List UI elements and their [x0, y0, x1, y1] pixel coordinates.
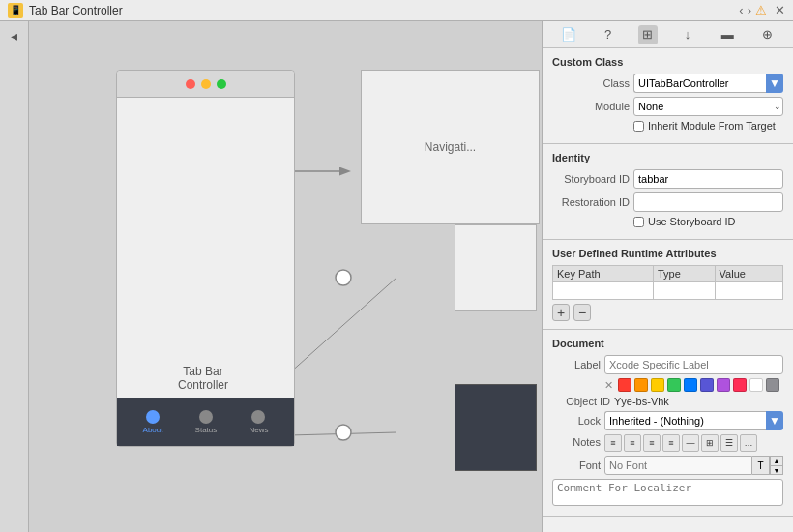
object-id-label: Object ID [552, 396, 610, 407]
runtime-title: User Defined Runtime Attributes [552, 248, 783, 259]
notes-format-icons: ≡ ≡ ≡ ≡ — ⊞ ☰ … [604, 434, 757, 452]
left-sidebar: ▶ [0, 21, 29, 532]
nav-close-icon[interactable]: ✕ [775, 3, 785, 17]
class-select-wrap: UITabBarController ▼ [633, 74, 783, 93]
tab-dot-status [199, 410, 213, 424]
storyboard-id-input[interactable]: tabbar [633, 169, 783, 189]
notes-list-ul[interactable]: ☰ [720, 434, 738, 452]
lock-select-btn[interactable]: ▼ [766, 411, 783, 430]
font-size-down[interactable]: ▼ [770, 465, 783, 475]
panel-toolbar: 📄 ? ⊞ ↓ ▬ ⊕ [543, 21, 793, 48]
lock-select[interactable]: Inherited - (Nothing) [604, 411, 766, 430]
tab-item-about: About [143, 410, 163, 434]
tab-item-status: Status [195, 410, 218, 434]
swatch-purple[interactable] [717, 378, 730, 392]
nav-forward-icon[interactable]: › [748, 3, 751, 17]
use-storyboard-label: Use Storyboard ID [648, 216, 735, 227]
font-size-up[interactable]: ▲ [770, 456, 783, 465]
font-stepper: ▲ ▼ [770, 456, 783, 475]
col-type: Type [653, 266, 715, 282]
notes-row: Notes ≡ ≡ ≡ ≡ — ⊞ ☰ … [552, 434, 783, 452]
tab-label-news: News [249, 426, 268, 434]
tab-label-about: About [143, 426, 163, 434]
module-select[interactable]: None [633, 97, 783, 116]
dot-red [186, 79, 195, 89]
toolbar-size-icon[interactable]: ▬ [718, 25, 737, 44]
module-row: Module None ⌄ [552, 97, 783, 116]
toolbar-help-icon[interactable]: ? [599, 25, 618, 44]
font-picker-btn[interactable]: T [752, 456, 770, 475]
tab-dot-about [146, 410, 160, 424]
window-title: Tab Bar Controller [29, 4, 123, 17]
runtime-value-cell [715, 282, 782, 300]
col-value: Value [715, 266, 782, 282]
lock-select-wrap: Inherited - (Nothing) ▼ [604, 411, 783, 430]
notes-align-justify[interactable]: ≡ [662, 434, 680, 452]
document-section: Document Label ✕ Object ID [543, 330, 793, 517]
module-select-wrap: None ⌄ [633, 97, 783, 116]
remove-attribute-button[interactable]: − [573, 304, 591, 321]
notes-align-center[interactable]: ≡ [624, 434, 641, 452]
swatch-white[interactable] [749, 378, 763, 392]
lock-label: Lock [552, 415, 601, 427]
swatch-orange[interactable] [634, 378, 648, 392]
class-select-btn[interactable]: ▼ [766, 74, 783, 93]
restoration-id-input[interactable] [633, 192, 783, 212]
swatch-yellow[interactable] [651, 378, 664, 392]
tab-item-news: News [249, 410, 268, 434]
inherit-module-checkbox[interactable] [633, 121, 644, 132]
dot-green [217, 79, 226, 89]
color-clear-icon[interactable]: ✕ [604, 379, 613, 392]
add-attribute-button[interactable]: + [552, 304, 570, 321]
use-storyboard-checkbox[interactable] [633, 217, 644, 227]
warning-icon: ⚠ [755, 3, 767, 17]
storyboard-id-label: Storyboard ID [552, 173, 630, 185]
object-id-row: Object ID Yye-bs-Vhk [552, 396, 783, 407]
notes-align-right[interactable]: ≡ [643, 434, 661, 452]
restoration-id-row: Restoration ID [552, 192, 783, 212]
runtime-type-cell [653, 282, 715, 300]
class-select[interactable]: UITabBarController [633, 74, 766, 93]
svg-point-3 [336, 270, 351, 285]
notes-list-ol[interactable]: ⊞ [701, 434, 719, 452]
swatch-pink[interactable] [733, 378, 747, 392]
swatch-red[interactable] [618, 378, 631, 392]
device-content [117, 98, 294, 398]
device-tabbar: About Status News [117, 398, 294, 446]
swatch-gray[interactable] [766, 378, 779, 392]
storyboard-id-row: Storyboard ID tabbar [552, 169, 783, 189]
notes-align-left[interactable]: ≡ [604, 434, 622, 452]
swatch-green[interactable] [667, 378, 681, 392]
device-label: Tab Bar Controller [160, 365, 247, 392]
toolbar-identity-icon[interactable]: ⊞ [638, 25, 658, 44]
doc-label-input[interactable] [604, 355, 783, 374]
notes-label: Notes [552, 434, 601, 448]
inherit-module-row: Inherit Module From Target [633, 120, 783, 132]
toolbar-connections-icon[interactable]: ⊕ [757, 25, 777, 44]
title-bar: 📱 Tab Bar Controller ‹ › ⚠ ✕ [0, 0, 793, 21]
main-layout: ▶ [0, 21, 793, 532]
font-input[interactable] [604, 456, 752, 475]
lock-row: Lock Inherited - (Nothing) ▼ [552, 411, 783, 430]
swatch-indigo[interactable] [700, 378, 714, 392]
nav-back-icon[interactable]: ‹ [739, 3, 743, 17]
custom-class-title: Custom Class [552, 56, 783, 68]
inherit-module-label: Inherit Module From Target [648, 120, 776, 132]
runtime-table: Key Path Type Value [552, 265, 783, 300]
doc-label-label: Label [552, 359, 601, 370]
notes-more[interactable]: … [740, 434, 757, 452]
color-swatch-row: ✕ [604, 378, 783, 392]
module-label: Module [552, 101, 630, 112]
notes-dash[interactable]: — [682, 434, 699, 452]
toolbar-attributes-icon[interactable]: ↓ [678, 25, 697, 44]
swatch-blue[interactable] [684, 378, 697, 392]
use-storyboard-row: Use Storyboard ID [633, 216, 783, 227]
dot-yellow [201, 79, 211, 89]
document-label-row: Label [552, 355, 783, 374]
identity-title: Identity [552, 152, 783, 163]
app-icon: 📱 [8, 3, 23, 18]
nav-arrows: ‹ › ⚠ ✕ [739, 3, 785, 17]
toolbar-file-icon[interactable]: 📄 [559, 25, 578, 44]
sidebar-label: ▶ [10, 33, 19, 43]
comment-input[interactable] [552, 479, 783, 506]
